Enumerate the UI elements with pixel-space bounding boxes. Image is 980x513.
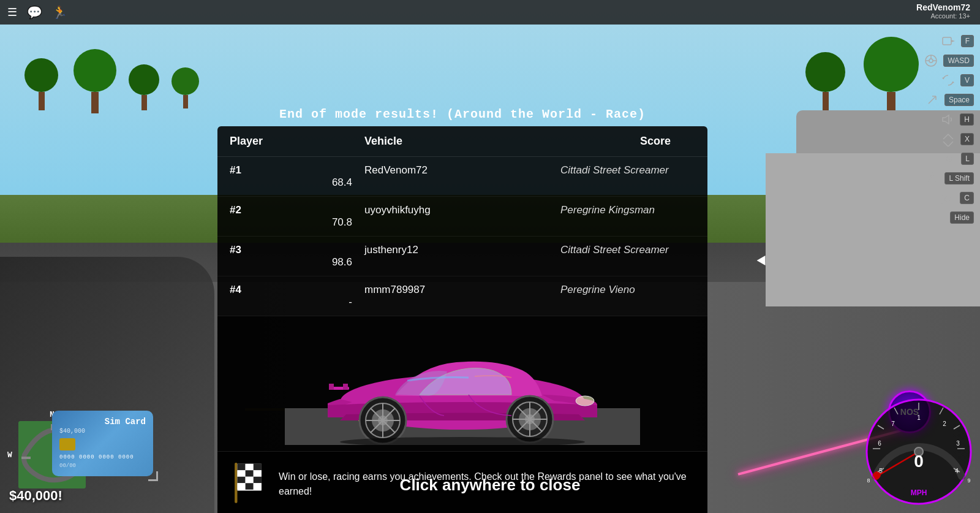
player-1: RedVenom72 [364,164,560,177]
svg-text:4: 4 [955,468,959,474]
car-svg [285,322,640,445]
svg-text:2: 2 [943,420,946,427]
svg-rect-29 [238,470,246,477]
key-binding-wasd: WASD [924,53,974,68]
key-binding-h: H [940,112,974,127]
key-binding-space: Space [925,93,974,107]
chat-icon[interactable]: 💬 [27,5,42,20]
rank-4: #4 [230,284,364,296]
results-table: Player Vehicle Score #1 RedVenom72 Citta… [217,126,707,513]
camera-icon [940,191,955,205]
handbrake-icon [925,93,940,107]
results-panel[interactable]: End of mode results! (Around the World -… [217,107,707,513]
player-3: justhenry12 [364,244,560,256]
score-3: 98.6 [230,256,364,268]
key-h: H [960,113,974,126]
svg-rect-31 [254,470,262,477]
table-row: #2 uyoyvhikfuyhg Peregrine Kingsman 70.8 [217,197,707,237]
sim-card-expiry: 00/00 [59,463,146,469]
svg-text:0: 0 [914,452,924,471]
svg-rect-26 [238,464,246,471]
sim-card-amount: $40,000 [59,428,146,435]
svg-point-68 [929,59,933,63]
steering-wheel-icon [924,53,938,68]
score-4: - [230,296,364,308]
character-icon[interactable]: 🏃 [52,5,67,20]
score-column-header: Score [560,135,683,148]
svg-text:7: 7 [891,420,895,427]
player-2: uyoyvhikfuyhg [364,204,560,216]
key-v: V [960,74,974,86]
rank-2: #2 [230,204,364,216]
vehicle-3: Cittadi Street Screamer [560,244,683,256]
sim-card-chip [59,438,75,450]
key-binding-f: F [941,34,974,48]
svg-rect-30 [246,470,254,477]
top-bar: ☰ 💬 🏃 RedVenom72 Account: 13+ [0,0,980,25]
resize-handle[interactable] [148,471,158,481]
results-title: End of mode results! (Around the World -… [217,107,707,121]
account-age: Account: 13+ [916,12,970,20]
svg-rect-27 [246,464,254,471]
svg-rect-33 [246,477,254,484]
svg-rect-35 [238,483,246,490]
checkered-flag-icon [230,463,266,506]
map-label-west: W [7,450,12,460]
key-c: C [960,192,974,204]
vehicle-column-header: Vehicle [364,135,560,148]
table-row: #4 mmm789987 Peregrine Vieno - [217,276,707,316]
svg-rect-66 [943,37,951,45]
sim-card-title: Sim Card [59,417,146,427]
svg-line-72 [929,96,936,104]
svg-text:3: 3 [956,440,960,447]
reset-icon [941,73,956,88]
svg-text:6: 6 [878,440,881,447]
svg-text:9: 9 [967,477,970,484]
user-info: RedVenom72 Account: 13+ [916,2,970,20]
horn-icon [940,112,955,127]
car-display [217,316,707,451]
key-bindings-panel: F WASD V Space [924,34,974,225]
speedometer-svg: 1 2 3 4 5 6 7 8 9 0 MPH [864,397,974,507]
hide-icon [930,210,945,225]
key-binding-lshift: L Shift [925,171,974,186]
table-row: #3 justhenry12 Cittadi Street Screamer 9… [217,237,707,276]
svg-text:8: 8 [867,477,870,484]
key-l: L [961,153,974,165]
enter-vehicle-icon [941,34,956,48]
key-binding-c: C [940,191,974,205]
key-hide[interactable]: Hide [950,211,974,224]
sim-card: Sim Card $40,000 0000 0000 0000 0000 00/… [52,411,153,476]
key-binding-l: L [941,151,974,166]
key-x: X [960,133,974,145]
menu-icon[interactable]: ☰ [7,6,17,19]
key-wasd: WASD [943,55,974,67]
rank-1: #1 [230,164,364,177]
nos-icon [925,171,940,186]
svg-text:1: 1 [917,414,921,421]
vehicle-4: Peregrine Vieno [560,284,683,296]
vehicle-2: Peregrine Kingsman [560,204,683,216]
rank-3: #3 [230,244,364,256]
key-lshift: L Shift [944,172,974,184]
svg-rect-32 [238,477,246,484]
key-binding-x: X [941,132,974,146]
table-row: #1 RedVenom72 Cittadi Street Screamer 68… [217,157,707,197]
vehicle-1: Cittadi Street Screamer [560,164,683,177]
flip-icon [941,132,956,146]
click-to-close[interactable]: Click anywhere to close [400,476,581,495]
lights-icon [941,151,956,166]
key-binding-hide[interactable]: Hide [930,210,974,225]
svg-rect-28 [254,464,262,471]
svg-rect-21 [329,384,334,390]
results-header: Player Vehicle Score [217,126,707,157]
speedometer: 1 2 3 4 5 6 7 8 9 0 MPH [864,397,974,507]
money-display: $40,000! [9,488,62,504]
svg-rect-37 [254,483,262,490]
player-4: mmm789987 [364,284,560,296]
svg-point-79 [945,197,950,202]
key-space: Space [944,94,974,106]
svg-rect-78 [941,195,954,203]
username: RedVenom72 [916,2,970,12]
key-f: F [961,35,974,47]
